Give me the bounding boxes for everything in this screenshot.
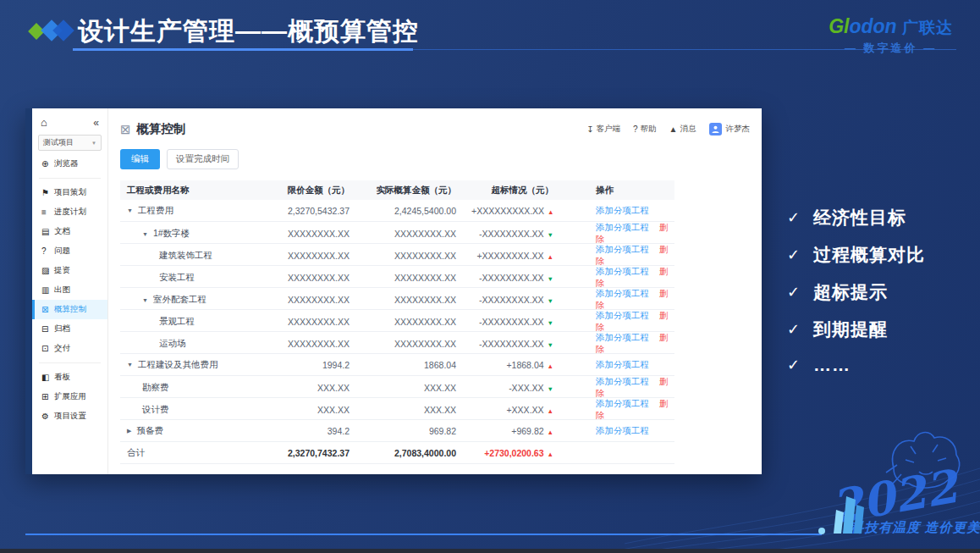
flag-icon: ⚑ — [41, 188, 54, 197]
sidebar-item-label: 浏览器 — [54, 158, 79, 169]
feature-label: 过程概算对比 — [813, 243, 925, 267]
actual-amount: 2,7083,4000.00 — [372, 448, 471, 458]
feature-item: ✓超标提示 — [787, 280, 925, 304]
table-row: 勘察费XXX.XXXXX.XX-XXX.XX▼添加分项工程删除 — [120, 376, 674, 398]
add-subproject-link[interactable]: 添加分项工程 — [596, 332, 649, 342]
check-icon: ✓ — [787, 208, 800, 227]
up-arrow-icon: ▲ — [548, 253, 553, 261]
row-name: 运动场 — [159, 338, 186, 350]
actual-amount: XXXXXXXX.XX — [372, 229, 471, 239]
help-action[interactable]: ?帮助 — [633, 124, 657, 135]
set-finish-time-button[interactable]: 设置完成时间 — [167, 149, 239, 169]
sidebar-item-issues[interactable]: ?问题 — [32, 241, 107, 261]
sidebar-item-budget-control[interactable]: ⊠概算控制 — [32, 300, 107, 319]
up-arrow-icon: ▲ — [548, 208, 553, 216]
home-icon[interactable]: ⌂ — [41, 116, 47, 129]
table-row: ▶预备费394.2969.82+969.82▲添加分项工程 — [120, 420, 674, 442]
sidebar-item-label: 项目设置 — [54, 411, 86, 422]
row-name: 工程建设及其他费用 — [138, 359, 218, 371]
check-icon: ✓ — [787, 356, 800, 374]
limit-amount: XXXXXXXX.XX — [277, 317, 372, 327]
sidebar-item-schedule-plan[interactable]: ≡进度计划 — [32, 202, 107, 222]
header-actions: ↧客户端?帮助▲消息许梦杰 — [586, 123, 750, 135]
feature-label: 经济性目标 — [813, 206, 906, 229]
row-name: 1#数字楼 — [153, 228, 190, 240]
add-subproject-link[interactable]: 添加分项工程 — [596, 376, 649, 386]
folder-icon: ▤ — [41, 227, 54, 236]
over-amount: +2730,0200.63 — [484, 448, 543, 458]
sidebar-item-label: 问题 — [54, 246, 70, 257]
project-select-value: 测试项目 — [43, 137, 74, 148]
sidebar-item-label: 扩展应用 — [54, 391, 86, 402]
expand-caret-icon[interactable]: ▼ — [127, 207, 133, 213]
table-row: 设计费XXX.XXXXX.XX+XXX.XX▲添加分项工程删除 — [120, 398, 674, 420]
row-name: 景观工程 — [159, 316, 195, 328]
add-subproject-link[interactable]: 添加分项工程 — [596, 359, 649, 369]
sidebar-item-label: 看板 — [54, 372, 70, 383]
feature-list: ✓经济性目标✓过程概算对比✓超标提示✓到期提醒✓…… — [787, 206, 925, 389]
edit-button[interactable]: 编辑 — [120, 149, 160, 169]
sidebar-item-label: 出图 — [54, 285, 70, 296]
over-amount: -XXXXXXXX.XX — [479, 317, 543, 327]
table-header: 工程或费用名称限价金额（元）实际概算金额（元）超标情况（元）操作 — [120, 180, 674, 200]
user-chip[interactable]: 许梦杰 — [709, 123, 751, 135]
messages-action[interactable]: ▲消息 — [669, 124, 696, 135]
image-icon: ▥ — [41, 285, 54, 295]
table-row: ▼1#数字楼XXXXXXXX.XXXXXXXXXX.XX-XXXXXXXX.XX… — [120, 222, 674, 244]
sidebar-item-delivery[interactable]: ⊡交付 — [32, 339, 107, 358]
briefcase-icon: ⊡ — [41, 344, 54, 353]
expand-caret-icon[interactable]: ▼ — [142, 297, 148, 303]
add-subproject-link[interactable]: 添加分项工程 — [596, 288, 649, 298]
table-row: 运动场XXXXXXXX.XXXXXXXXXX.XX-XXXXXXXX.XX▼添加… — [120, 332, 674, 354]
sidebar-item-browser[interactable]: ⊕浏览器 — [32, 154, 107, 174]
add-subproject-link[interactable]: 添加分项工程 — [596, 222, 649, 232]
action-label: 帮助 — [641, 124, 657, 135]
sidebar-item-documents[interactable]: ▤文档 — [32, 222, 107, 241]
add-subproject-link[interactable]: 添加分项工程 — [596, 398, 649, 408]
column-header: 操作 — [577, 185, 674, 196]
table-row: 安装工程XXXXXXXX.XXXXXXXXXX.XX-XXXXXXXX.XX▼添… — [120, 266, 674, 288]
table-body: ▼工程费用2,3270,5432.372,4245,5400.00+XXXXXX… — [120, 200, 674, 464]
sidebar-item-project-plan[interactable]: ⚑项目策划 — [32, 183, 107, 202]
limit-amount: 394.2 — [277, 426, 372, 436]
sidebar-item-extensions[interactable]: ⊞扩展应用 — [32, 387, 107, 406]
bottom-artwork: 2022 — [625, 426, 980, 549]
archive-icon: ⊟ — [41, 324, 54, 334]
project-select[interactable]: 测试项目 ▼ — [38, 135, 102, 151]
sidebar-item-project-settings[interactable]: ⚙项目设置 — [32, 406, 107, 426]
sidebar-item-label: 归档 — [54, 324, 70, 335]
actual-amount: XXX.XX — [372, 405, 471, 415]
client-download-action[interactable]: ↧客户端 — [586, 124, 620, 135]
expand-caret-icon[interactable]: ▼ — [127, 362, 133, 368]
add-subproject-link[interactable]: 添加分项工程 — [596, 266, 649, 276]
sidebar-item-submit-info[interactable]: ▨提资 — [32, 261, 107, 280]
limit-amount: 2,3270,5432.37 — [277, 206, 372, 216]
main-pane: ⊠ 概算控制 ↧客户端?帮助▲消息许梦杰 编辑 设置完成时间 工程或费用名称限价… — [108, 108, 762, 474]
sidebar-item-archive[interactable]: ⊟归档 — [32, 319, 107, 339]
question-icon: ? — [633, 124, 638, 134]
sidebar-item-board[interactable]: ◧看板 — [32, 368, 107, 387]
sidebar-item-label: 提资 — [54, 265, 70, 276]
add-subproject-link[interactable]: 添加分项工程 — [596, 244, 649, 254]
sidebar-divider — [39, 362, 101, 363]
sidebar-item-drawings[interactable]: ▥出图 — [32, 280, 107, 300]
file-icon: ▨ — [41, 266, 54, 275]
check-icon: ✓ — [787, 246, 800, 264]
column-header: 超标情况（元） — [471, 185, 577, 196]
avatar — [709, 123, 722, 135]
expand-caret-icon[interactable]: ▼ — [142, 231, 148, 237]
check-icon: ✓ — [787, 283, 800, 301]
column-header: 限价金额（元） — [277, 185, 372, 196]
left-dark-rail — [25, 108, 32, 474]
app-screenshot: ⌂ « 测试项目 ▼ ⊕浏览器⚑项目策划≡进度计划▤文档?问题▨提资▥出图⊠概算… — [25, 108, 762, 474]
table-row: 合计2,3270,7432.372,7083,4000.00+2730,0200… — [120, 442, 674, 464]
collapse-sidebar-icon[interactable]: « — [93, 117, 99, 129]
expand-caret-icon[interactable]: ▶ — [127, 428, 131, 434]
actual-amount: 1868.04 — [372, 360, 471, 370]
sidebar-item-label: 概算控制 — [54, 304, 86, 315]
add-subproject-link[interactable]: 添加分项工程 — [596, 310, 649, 320]
title-underline — [73, 48, 413, 51]
down-arrow-icon: ▼ — [548, 385, 553, 393]
row-name: 室外配套工程 — [153, 294, 206, 306]
add-subproject-link[interactable]: 添加分项工程 — [596, 205, 649, 215]
